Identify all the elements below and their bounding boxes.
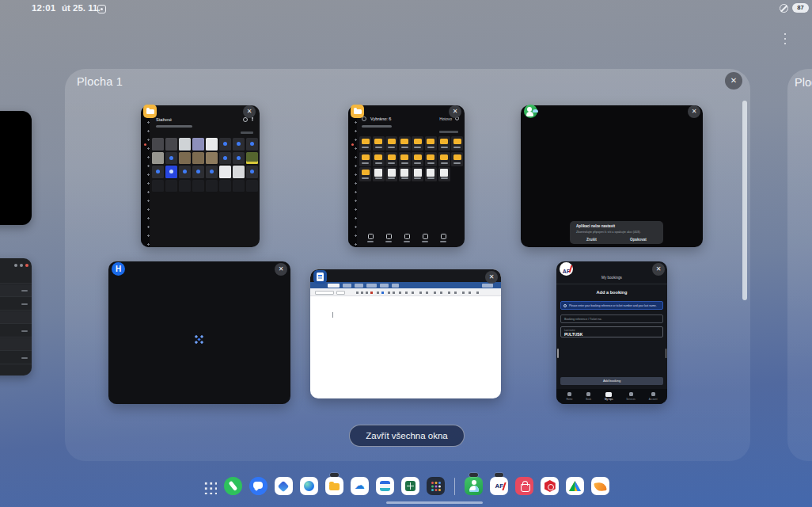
info-banner: Please enter your booking reference or t… — [560, 301, 663, 310]
booking-nav-item[interactable]: Book — [586, 392, 591, 401]
more-options-button[interactable] — [780, 32, 790, 48]
action-icon[interactable] — [385, 234, 393, 242]
my-files-app-icon — [351, 105, 364, 118]
notification-badge — [495, 473, 503, 477]
messages-icon[interactable] — [249, 477, 268, 495]
google-drive-icon[interactable] — [566, 477, 584, 495]
action-icon[interactable] — [439, 234, 447, 242]
files2-grid — [359, 136, 465, 181]
booking-nav-item[interactable]: My trips — [605, 392, 613, 401]
booking-nav-icon — [567, 392, 571, 396]
word-app-icon — [313, 270, 327, 284]
screen-record-icon — [97, 5, 106, 13]
window-control-dot — [14, 264, 17, 267]
swift-app-icon[interactable] — [591, 477, 609, 495]
thumbnail-tile — [219, 166, 231, 178]
window-h-app[interactable] — [108, 261, 290, 404]
booking-reference-field[interactable]: Booking reference / Ticket no. — [560, 314, 663, 323]
thumbnail-tile — [233, 138, 245, 151]
action-icon[interactable] — [366, 234, 374, 242]
last-name-field[interactable]: Last name PULTUSK — [560, 326, 663, 337]
window-travel-app[interactable]: Aplikaci nelze nastavit Zkontrolujte při… — [521, 105, 703, 247]
booking-nav-label: Home — [566, 398, 572, 401]
notes-icon[interactable] — [376, 477, 394, 495]
folder-tile — [412, 136, 423, 151]
error-dialog: Aplikaci nelze nastavit Zkontrolujte při… — [570, 221, 663, 244]
spreadsheet-icon[interactable] — [401, 477, 419, 495]
partial-window-settings[interactable] — [0, 258, 32, 375]
thumbnail-tile — [233, 166, 245, 178]
my-files-icon[interactable] — [325, 477, 343, 495]
thumbnail-tile — [179, 180, 191, 193]
action-icon[interactable] — [403, 234, 411, 242]
phone-icon[interactable] — [224, 477, 242, 495]
ribbon-tab[interactable] — [355, 284, 363, 288]
window-close-button[interactable] — [449, 105, 461, 118]
edge-browser-icon[interactable] — [300, 477, 318, 495]
booking-nav-item[interactable]: Home — [566, 392, 572, 401]
action-icon[interactable] — [421, 234, 429, 242]
booking-nav-label: Account — [649, 398, 658, 401]
booking-nav-icon — [586, 392, 590, 396]
window-close-button[interactable] — [243, 105, 256, 118]
bottom-action-bar — [348, 234, 465, 242]
sort-filter — [241, 132, 253, 134]
file-tile — [399, 167, 411, 181]
taskbar-dock: ☁ AF — [0, 477, 812, 495]
booking-nav-label: Book — [586, 398, 591, 401]
microsoft-365-icon[interactable] — [275, 477, 293, 495]
ribbon-tab[interactable] — [343, 284, 351, 288]
dialog-cancel-button[interactable]: Zrušit — [586, 238, 597, 242]
thumbnail-tile — [165, 138, 177, 151]
folder-tile — [438, 152, 450, 166]
app-store-icon[interactable] — [515, 477, 533, 495]
dialog-message: Zkontrolujte připojení k síti a opakujte… — [576, 231, 641, 234]
window-close-button[interactable] — [688, 105, 700, 118]
window-close-button[interactable] — [485, 271, 498, 284]
thumbnail-tile — [152, 152, 164, 165]
desktop-close-button[interactable] — [725, 72, 742, 90]
home-indicator[interactable] — [386, 501, 483, 504]
field-label: Last name — [564, 329, 575, 332]
app-folder-icon[interactable] — [427, 477, 445, 495]
folder-tile — [385, 136, 397, 151]
font-select[interactable] — [315, 291, 334, 295]
notification-badge — [330, 473, 339, 477]
onedrive-icon[interactable]: ☁ — [351, 477, 369, 495]
ribbon-tab[interactable] — [380, 284, 389, 288]
booking-nav-item[interactable]: Account — [649, 392, 658, 401]
file-tile — [385, 167, 397, 181]
add-booking-button[interactable]: Add booking — [560, 377, 663, 385]
ribbon-tab[interactable] — [366, 284, 377, 288]
next-desktop-panel[interactable]: Ploch — [787, 69, 812, 461]
partial-window-black[interactable] — [0, 111, 32, 225]
my-files-app-icon — [143, 105, 157, 118]
travel-app-icon[interactable] — [465, 477, 483, 495]
window-files-selection[interactable]: Vybráno: 6 Hotovo — [348, 105, 465, 247]
window-close-button[interactable] — [652, 263, 665, 276]
loading-spinner — [197, 337, 200, 341]
booking-nav-item[interactable]: Services — [626, 392, 636, 401]
window-word-processor[interactable] — [310, 269, 501, 398]
thumbnail-tile — [165, 166, 177, 178]
apps-grid-icon[interactable] — [203, 480, 217, 494]
close-all-windows-button[interactable]: Zavřít všechna okna — [349, 425, 465, 447]
video-app-icon[interactable] — [541, 477, 559, 495]
thumbnail-tile — [246, 166, 258, 178]
folder-tile — [373, 152, 385, 166]
travel-app-icon — [524, 105, 537, 118]
window-files-downloads[interactable]: Stažené — [141, 105, 260, 247]
window-close-button[interactable] — [275, 263, 287, 276]
thumbnail-tile — [165, 180, 177, 193]
air-france-icon[interactable]: AF — [490, 477, 508, 495]
window-chrome — [310, 269, 501, 282]
panel-scrollbar[interactable] — [742, 101, 747, 300]
window-close-dot — [25, 264, 28, 267]
window-booking-app[interactable]: My bookings Add a booking Please enter y… — [556, 261, 667, 404]
ribbon-tab[interactable] — [392, 284, 399, 288]
ribbon-tab[interactable] — [328, 284, 340, 288]
scroll-hint-left — [557, 349, 559, 358]
overview-screen: 12:01 út 25. 11. 87 Plocha 1 Stažené Vyb… — [0, 0, 812, 507]
dialog-retry-button[interactable]: Opakovat — [630, 238, 647, 242]
size-select[interactable] — [336, 291, 345, 295]
